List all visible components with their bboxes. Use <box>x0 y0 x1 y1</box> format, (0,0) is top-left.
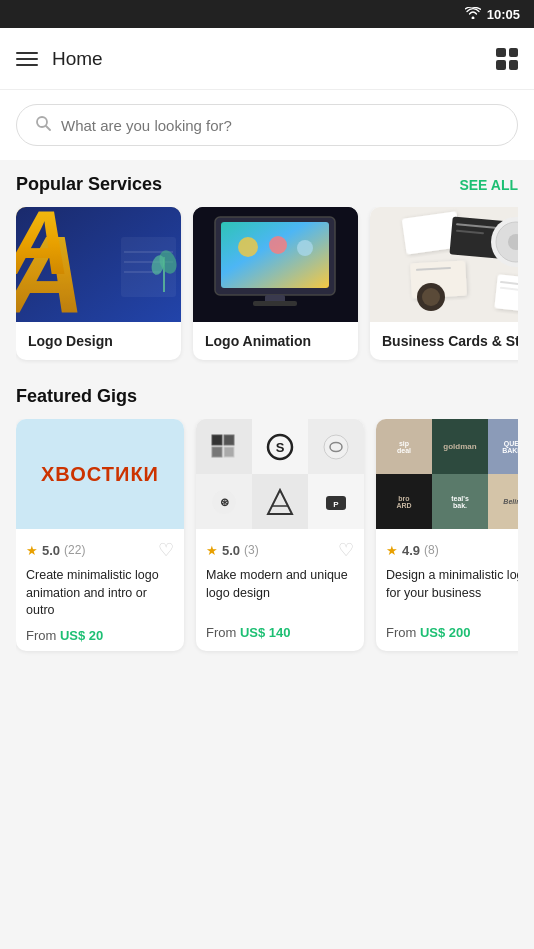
gig-1-rating-value: 5.0 <box>42 543 60 558</box>
svg-text:S: S <box>276 440 285 455</box>
logo-cell-2: S <box>252 419 308 474</box>
gig-3-image: sipdeal goldman QUELRBAKING broARD teal'… <box>376 419 518 529</box>
svg-point-16 <box>269 236 287 254</box>
svg-text:⊛: ⊛ <box>220 496 229 508</box>
gig-3-title: Design a minimalistic logo for your busi… <box>386 567 518 617</box>
svg-rect-35 <box>212 435 222 445</box>
gig-3-rating-count: (8) <box>424 543 439 557</box>
gig-3-rating: ★ 4.9 (8) ♡ <box>386 539 518 561</box>
gig-card-2[interactable]: S ⊛ <box>196 419 364 651</box>
svg-point-17 <box>297 240 313 256</box>
gig-2-rating-value: 5.0 <box>222 543 240 558</box>
svg-rect-37 <box>212 447 222 457</box>
logo-cell-6: P <box>308 474 364 529</box>
footer-space <box>0 667 534 847</box>
service-card-logo-animation[interactable]: Logo Animation <box>193 207 358 360</box>
gig-3-rating-value: 4.9 <box>402 543 420 558</box>
search-input[interactable] <box>61 117 499 134</box>
gig-2-rating: ★ 5.0 (3) ♡ <box>206 539 354 561</box>
brand-cell-5: teal'sbak. <box>432 474 488 529</box>
page-title: Home <box>52 48 496 70</box>
wifi-icon <box>465 7 481 22</box>
heart-icon[interactable]: ♡ <box>158 539 174 561</box>
search-icon <box>35 115 51 135</box>
service-card-logo-design[interactable]: A Logo Design <box>16 207 181 360</box>
status-time: 10:05 <box>487 7 520 22</box>
svg-text:A: A <box>16 212 85 322</box>
logo-cell-1 <box>196 419 252 474</box>
gig-2-rating-count: (3) <box>244 543 259 557</box>
search-container <box>0 90 534 160</box>
service-card-business-cards[interactable]: Business Cards & Stationery <box>370 207 518 360</box>
status-bar: 10:05 <box>0 0 534 28</box>
logo-cell-5 <box>252 474 308 529</box>
top-nav: Home <box>0 28 534 90</box>
brand-cell-3: QUELRBAKING <box>488 419 518 474</box>
gig-3-price: From US$ 200 <box>386 625 518 640</box>
featured-gigs-header: Featured Gigs <box>16 386 518 407</box>
svg-rect-30 <box>494 274 518 314</box>
gig-card-1[interactable]: ХВОСТИКИ ★ 5.0 (22) ♡ Create minimalisti… <box>16 419 184 651</box>
brand-cell-4: broARD <box>376 474 432 529</box>
brand-cell-6: Belinda <box>488 474 518 529</box>
gig-1-rating: ★ 5.0 (22) ♡ <box>26 539 174 561</box>
heart-icon-2[interactable]: ♡ <box>338 539 354 561</box>
gig-2-title: Make modern and unique logo design <box>206 567 354 617</box>
see-all-button[interactable]: SEE ALL <box>459 177 518 193</box>
gig-card-3[interactable]: sipdeal goldman QUELRBAKING broARD teal'… <box>376 419 518 651</box>
brand-cell-2: goldman <box>432 419 488 474</box>
gigs-grid: ХВОСТИКИ ★ 5.0 (22) ♡ Create minimalisti… <box>16 419 518 659</box>
gig-3-price-value: US$ 200 <box>420 625 471 640</box>
services-scroll: A Logo Design <box>16 207 518 364</box>
logo-animation-label: Logo Animation <box>193 322 358 360</box>
svg-rect-14 <box>221 222 329 288</box>
logo-cell-3 <box>308 419 364 474</box>
gig-2-price-label: From <box>206 625 236 640</box>
svg-point-34 <box>422 288 440 306</box>
logo-design-image: A <box>16 207 181 322</box>
svg-point-15 <box>238 237 258 257</box>
popular-services-section: Popular Services SEE ALL <box>0 160 534 372</box>
gig-1-price-value: US$ 20 <box>60 628 103 643</box>
gig-3-body: ★ 4.9 (8) ♡ Design a minimalistic logo f… <box>376 529 518 648</box>
star-icon: ★ <box>26 543 38 558</box>
svg-rect-36 <box>224 435 234 445</box>
featured-gigs-section: Featured Gigs ХВОСТИКИ ★ 5.0 (22) ♡ Crea… <box>0 372 534 667</box>
gig-2-price: From US$ 140 <box>206 625 354 640</box>
gig-1-main-text: ХВОСТИКИ <box>41 463 159 486</box>
logo-cell-4: ⊛ <box>196 474 252 529</box>
menu-button[interactable] <box>16 52 38 66</box>
business-cards-label: Business Cards & Stationery <box>370 322 518 360</box>
svg-point-41 <box>324 435 348 459</box>
gig-3-price-label: From <box>386 625 416 640</box>
gig-1-title: Create minimalistic logo animation and i… <box>26 567 174 620</box>
svg-line-1 <box>46 126 50 130</box>
search-box[interactable] <box>16 104 518 146</box>
business-cards-image <box>370 207 518 322</box>
svg-text:P: P <box>333 500 339 509</box>
star-icon-3: ★ <box>386 543 398 558</box>
featured-gigs-title: Featured Gigs <box>16 386 137 407</box>
gig-2-price-value: US$ 140 <box>240 625 291 640</box>
svg-rect-19 <box>253 301 297 306</box>
logo-design-label: Logo Design <box>16 322 181 360</box>
gig-1-price: From US$ 20 <box>26 628 174 643</box>
gig-1-rating-count: (22) <box>64 543 85 557</box>
svg-rect-38 <box>224 447 234 457</box>
gig-1-body: ★ 5.0 (22) ♡ Create minimalistic logo an… <box>16 529 184 651</box>
popular-services-title: Popular Services <box>16 174 162 195</box>
popular-services-header: Popular Services SEE ALL <box>16 174 518 195</box>
gig-2-image: S ⊛ <box>196 419 364 529</box>
grid-view-button[interactable] <box>496 48 518 70</box>
star-icon-2: ★ <box>206 543 218 558</box>
gig-1-image: ХВОСТИКИ <box>16 419 184 529</box>
logo-animation-image <box>193 207 358 322</box>
brand-cell-1: sipdeal <box>376 419 432 474</box>
gig-1-price-label: From <box>26 628 56 643</box>
gig-2-body: ★ 5.0 (3) ♡ Make modern and unique logo … <box>196 529 364 648</box>
